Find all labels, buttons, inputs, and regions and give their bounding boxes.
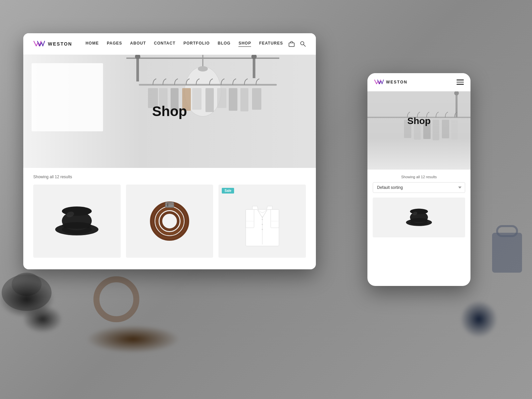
desktop-hero: Shop bbox=[23, 55, 316, 168]
mobile-nav: WESTON bbox=[367, 73, 470, 91]
nav-contact[interactable]: CONTACT bbox=[154, 41, 176, 47]
mobile-shop-title: Shop bbox=[407, 116, 431, 126]
mobile-showing-results: Showing all 12 results bbox=[373, 175, 465, 179]
nav-home[interactable]: HOME bbox=[85, 41, 99, 47]
nav-pages[interactable]: PAGES bbox=[107, 41, 122, 47]
svg-point-1 bbox=[12, 273, 42, 296]
mobile-hero: Shop bbox=[367, 91, 470, 170]
sale-badge: Sale bbox=[222, 188, 234, 194]
products-grid: Sale bbox=[33, 185, 306, 258]
svg-rect-27 bbox=[240, 88, 248, 111]
svg-point-33 bbox=[62, 206, 92, 216]
mobile-logo: WESTON bbox=[374, 79, 407, 85]
product-card-belt[interactable] bbox=[126, 185, 213, 258]
desktop-products: Showing all 12 results bbox=[23, 168, 316, 264]
svg-rect-25 bbox=[217, 88, 226, 108]
svg-point-6 bbox=[301, 42, 304, 45]
svg-point-38 bbox=[161, 212, 178, 230]
product-card-shirt[interactable]: Sale bbox=[218, 185, 306, 258]
cart-icon[interactable] bbox=[289, 41, 295, 47]
desktop-showing-results: Showing all 12 results bbox=[33, 175, 306, 179]
nav-shop[interactable]: SHOP bbox=[238, 41, 251, 47]
hamburger-line-3 bbox=[457, 84, 464, 85]
svg-point-66 bbox=[410, 218, 428, 222]
mobile-hat-image bbox=[404, 202, 434, 232]
mobile-product-card-hat[interactable] bbox=[373, 198, 465, 237]
mobile-sort-select[interactable]: Default sorting Sort by popularity Sort … bbox=[373, 182, 465, 193]
nav-about[interactable]: ABOUT bbox=[130, 41, 146, 47]
search-icon[interactable] bbox=[300, 41, 306, 47]
svg-point-44 bbox=[262, 219, 263, 220]
product-card-hat[interactable] bbox=[33, 185, 121, 258]
mobile-hero-bg bbox=[367, 91, 470, 170]
svg-point-46 bbox=[262, 229, 263, 230]
svg-point-45 bbox=[262, 224, 263, 225]
svg-rect-48 bbox=[271, 209, 279, 228]
mobile-products-area: Showing all 12 results Default sorting S… bbox=[367, 170, 470, 243]
svg-rect-47 bbox=[246, 209, 254, 228]
nav-features[interactable]: FEATURES bbox=[259, 41, 283, 47]
belt-image bbox=[145, 196, 195, 246]
svg-rect-24 bbox=[205, 88, 214, 112]
desktop-nav: WESTON HOME PAGES ABOUT CONTACT PORTFOLI… bbox=[23, 33, 316, 55]
hamburger-line-1 bbox=[457, 79, 464, 80]
weston-logo-icon bbox=[33, 40, 45, 48]
hamburger-line-2 bbox=[457, 82, 464, 83]
svg-rect-3 bbox=[492, 233, 522, 273]
hamburger-menu[interactable] bbox=[457, 79, 464, 85]
desktop-nav-links: HOME PAGES ABOUT CONTACT PORTFOLIO BLOG … bbox=[85, 41, 289, 47]
nav-portfolio[interactable]: PORTFOLIO bbox=[184, 41, 210, 47]
svg-point-2 bbox=[96, 279, 136, 319]
hat-image bbox=[52, 196, 102, 246]
shirt-image bbox=[241, 193, 284, 249]
svg-rect-61 bbox=[367, 91, 470, 170]
mobile-logo-icon bbox=[374, 79, 384, 85]
nav-blog[interactable]: BLOG bbox=[218, 41, 231, 47]
mobile-mockup: WESTON bbox=[367, 73, 470, 286]
desktop-nav-icons bbox=[289, 41, 306, 47]
svg-rect-29 bbox=[32, 63, 103, 131]
svg-line-7 bbox=[304, 45, 306, 47]
svg-point-17 bbox=[198, 66, 208, 71]
svg-rect-23 bbox=[192, 88, 201, 110]
svg-rect-39 bbox=[165, 202, 174, 207]
svg-rect-28 bbox=[252, 88, 261, 110]
desktop-shop-title: Shop bbox=[152, 103, 187, 119]
desktop-logo: WESTON bbox=[33, 40, 72, 48]
svg-point-34 bbox=[62, 222, 92, 229]
desktop-mockup: WESTON HOME PAGES ABOUT CONTACT PORTFOLI… bbox=[23, 33, 316, 269]
svg-point-65 bbox=[410, 209, 428, 214]
svg-rect-5 bbox=[289, 43, 294, 47]
desktop-logo-text: WESTON bbox=[48, 41, 72, 47]
mobile-logo-text: WESTON bbox=[386, 80, 407, 84]
svg-rect-26 bbox=[229, 88, 237, 111]
